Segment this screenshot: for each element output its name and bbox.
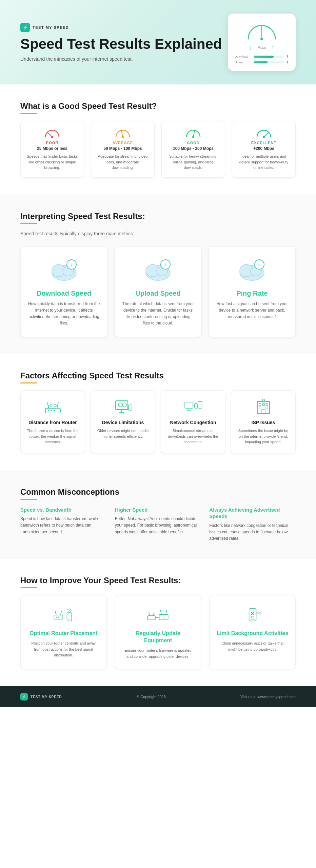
brand-row: ⚡ TEST MY SPEED [20, 23, 228, 32]
footer: ⚡ TEST MY SPEED © Copyright 2023 Visit u… [0, 686, 316, 707]
svg-text:↓: ↓ [70, 262, 73, 267]
svg-rect-56 [262, 410, 265, 414]
svg-rect-34 [116, 401, 128, 410]
misconceptions-title: Common Misconceptions [20, 487, 296, 497]
header-right: ↓ Mbps ↑ Download ⬇ Upload [228, 14, 296, 71]
factors-underline [20, 382, 37, 383]
upload-bar-row: Upload ⬆ [235, 60, 289, 64]
svg-text:↔: ↔ [257, 262, 261, 267]
footer-brand: ⚡ TEST MY SPEED [20, 693, 62, 701]
misconception-higher: Higher Speed Better. Not always! Your ne… [115, 507, 201, 542]
download-speed-card: ↓ Download Speed How quickly data is tra… [20, 246, 107, 337]
svg-rect-39 [129, 405, 132, 410]
improve-underline [20, 587, 37, 588]
poor-speed: 25 Mbps or less [26, 146, 78, 151]
interpreting-section: Interpreting Speed Test Results: Speed t… [0, 195, 316, 354]
poor-gauge-icon [44, 128, 60, 137]
misconception-bandwidth: Speed vs. Bandwidth Speed is how fast da… [20, 507, 107, 542]
isp-title: ISP Issues [237, 420, 290, 425]
footer-copyright: © Copyright 2023 [137, 695, 166, 699]
upload-speed-icon-wrap: ↑ [141, 257, 175, 284]
router-placement-title: Optimal Router Placement [27, 630, 100, 637]
svg-rect-79 [251, 616, 254, 618]
svg-line-69 [153, 612, 154, 616]
download-bar-fill [254, 56, 274, 58]
improve-background-card: Limit Background Activities Close unnece… [209, 595, 296, 669]
congestion-title: Network Congestion [166, 420, 220, 425]
svg-rect-55 [266, 407, 268, 409]
misconceptions-section: Common Misconceptions Speed vs. Bandwidt… [0, 470, 316, 559]
svg-point-8 [122, 136, 124, 138]
isp-desc: Sometimes the issue might be on the inte… [237, 428, 290, 445]
svg-rect-41 [185, 402, 193, 408]
download-speed-desc: How quickly data is transferred from the… [27, 301, 100, 327]
download-bar-track [254, 56, 284, 58]
svg-line-71 [160, 610, 162, 614]
isp-building-icon [253, 399, 274, 416]
upload-speed-desc: The rate at which data is sent from your… [121, 301, 194, 327]
router-placement-icon [52, 605, 75, 625]
bandwidth-desc: Speed is how fast data is transferred, w… [20, 516, 107, 535]
interpreting-subtitle: Speed test results typically display thr… [20, 231, 296, 236]
speedometer-svg [245, 20, 279, 41]
advertised-desc: Factors like network congestion or techn… [209, 522, 296, 542]
device-icon [113, 399, 133, 416]
good-desc: Suitable for heavy streaming, online gam… [167, 154, 219, 171]
svg-point-10 [192, 136, 194, 138]
ping-rate-title: Ping Rate [216, 290, 289, 297]
factor-isp-card: ISP Issues Sometimes the issue might be … [231, 390, 296, 453]
svg-rect-46 [198, 401, 202, 408]
header-title: Speed Test Results Explained [20, 36, 228, 52]
update-equipment-desc: Ensure your router's firmware is updated… [122, 648, 194, 659]
svg-text:✓: ✓ [163, 616, 165, 619]
congestion-icon [183, 399, 203, 416]
interpreting-title: Interpreting Speed Test Results: [20, 212, 296, 221]
bandwidth-title: Speed vs. Bandwidth [20, 507, 107, 513]
speed-bars: Download ⬇ Upload ⬆ [235, 55, 289, 64]
higher-speed-desc: Better. Not always! Your needs should di… [115, 516, 201, 535]
download-arrow-icon: ↓ [249, 44, 252, 51]
misconceptions-underline [20, 499, 37, 500]
upload-bar-fill [254, 61, 268, 63]
brand-name: TEST MY SPEED [33, 25, 69, 29]
download-bar-row: Download ⬇ [235, 55, 289, 58]
footer-brand-icon: ⚡ [20, 693, 28, 701]
upload-cloud-svg: ↑ [141, 258, 175, 283]
average-gauge-icon [115, 128, 131, 137]
average-label: AVERAGE [97, 141, 149, 145]
misconception-advertised: Always Achieving Advertised Speeds Facto… [209, 507, 296, 542]
good-gauge-icon [185, 128, 201, 137]
background-activities-desc: Close unnecessary apps or tasks that mig… [216, 640, 289, 652]
good-result-title: What is a Good Speed Test Result? [20, 101, 296, 111]
upload-bar-track [254, 61, 284, 63]
svg-point-1 [260, 38, 263, 40]
update-equipment-icon: ✓ [146, 605, 170, 625]
poor-desc: Speeds that hinder basic tasks like emai… [26, 154, 78, 171]
svg-line-68 [149, 612, 150, 616]
factor-congestion-card: Network Congestion Simultaneous streams … [161, 390, 225, 453]
interpreting-underline [20, 223, 37, 224]
factors-grid: Distance from Router The further a devic… [20, 390, 296, 453]
average-speed: 50 Mbps - 100 Mbps [97, 146, 149, 151]
misconceptions-grid: Speed vs. Bandwidth Speed is how fast da… [20, 507, 296, 542]
upload-speed-card: ↑ Upload Speed The rate at which data is… [114, 246, 201, 337]
factor-distance-card: Distance from Router The further a devic… [20, 390, 85, 453]
improve-title: How to Improve Your Speed Test Results: [20, 576, 296, 585]
footer-brand-name: TEST MY SPEED [31, 695, 62, 699]
good-label: GOOD [167, 141, 219, 145]
factors-section: Factors Affecting Speed Test Results [0, 354, 316, 470]
download-speed-title: Download Speed [27, 290, 100, 297]
rating-card-poor: POOR 25 Mbps or less Speeds that hinder … [20, 121, 84, 178]
ping-rate-desc: How fast a signal can be sent from your … [216, 301, 289, 320]
upload-arrow-icon: ↑ [271, 44, 274, 51]
device-title: Device Limitations [96, 420, 150, 425]
header: ⚡ TEST MY SPEED Speed Test Results Expla… [0, 0, 316, 84]
good-result-section: What is a Good Speed Test Result? POOR 2… [0, 84, 316, 195]
ping-rate-icon-wrap: ↔ [235, 257, 269, 284]
excellent-speed: +200 Mbps [238, 146, 290, 151]
svg-line-61 [61, 611, 62, 615]
rating-card-excellent: EXCELLENT +200 Mbps Ideal for multiple u… [232, 121, 296, 178]
rating-grid: POOR 25 Mbps or less Speeds that hinder … [20, 121, 296, 178]
ping-rate-card: ↔ Ping Rate How fast a signal can be sen… [209, 246, 296, 337]
upload-bar-label: Upload [235, 61, 252, 64]
